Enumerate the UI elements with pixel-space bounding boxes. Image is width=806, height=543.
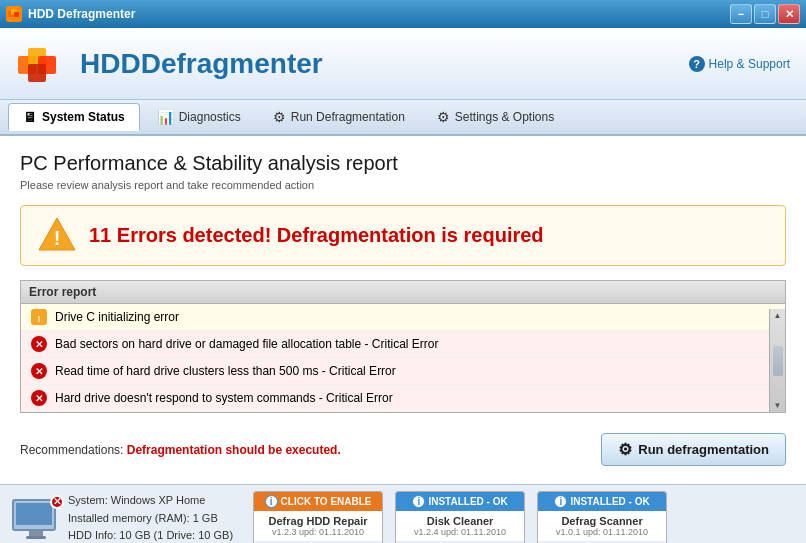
app-name-bold: Defragmenter [141, 48, 323, 79]
tab-system-status-label: System Status [42, 110, 125, 124]
plugin-0-info: Defrag HDD Repair v1.2.3 upd: 01.11.2010 [254, 511, 382, 541]
recommendations: Recommendations: Defragmentation should … [20, 425, 786, 474]
error-text-0: Drive C initializing error [55, 310, 179, 324]
svg-text:✕: ✕ [35, 366, 43, 377]
plugin-2: i INSTALLED - OK Defrag Scanner v1.0.1 u… [537, 491, 667, 544]
plugin-0-version: v1.2.3 upd: 01.11.2010 [260, 527, 376, 537]
plugin-1-info-icon: i [412, 495, 425, 508]
critical-icon-1: ✕ [31, 336, 47, 352]
svg-text:✕: ✕ [35, 339, 43, 350]
app-header: HDDDefragmenter ? Help & Support [0, 28, 806, 100]
plugin-0-status-label: CLICK TO ENABLE [281, 496, 372, 507]
svg-rect-2 [14, 12, 19, 17]
plugin-0-info-icon: i [265, 495, 278, 508]
warning-triangle-icon: ! [37, 216, 77, 255]
plugin-2-status-label: INSTALLED - OK [570, 496, 649, 507]
tab-run-defrag[interactable]: ⚙ Run Defragmentation [258, 103, 420, 131]
maximize-button[interactable]: □ [754, 4, 776, 24]
critical-icon-3: ✕ [31, 390, 47, 406]
error-banner: ! 11 Errors detected! Defragmentation is… [20, 205, 786, 266]
svg-text:!: ! [54, 227, 61, 249]
svg-text:✕: ✕ [35, 393, 43, 404]
app-name-plain: HDD [80, 48, 141, 79]
tab-settings[interactable]: ⚙ Settings & Options [422, 103, 569, 131]
plugin-1-version: v1.2.4 upd: 01.11.2010 [402, 527, 518, 537]
app-name: HDDDefragmenter [80, 48, 323, 80]
plugin-2-version: v1.0.1 upd: 01.11.2010 [544, 527, 660, 537]
question-icon: ? [689, 56, 705, 72]
plugin-1-name: Disk Cleaner [402, 515, 518, 527]
error-text-2: Read time of hard drive clusters less th… [55, 364, 396, 378]
footer: ✕ System: Windows XP Home Installed memo… [0, 484, 806, 543]
diagnostics-icon: 📊 [157, 109, 174, 125]
tab-diagnostics-label: Diagnostics [179, 110, 241, 124]
system-line-2: Installed memory (RAM): 1 GB [68, 510, 233, 528]
error-report: Error report ! Drive C initializing erro… [20, 280, 786, 413]
system-line-3: HDD Info: 10 GB (1 Drive: 10 GB) [68, 527, 233, 543]
tab-settings-label: Settings & Options [455, 110, 554, 124]
rec-text-area: Recommendations: Defragmentation should … [20, 443, 341, 457]
run-defragmentation-button[interactable]: ⚙ Run defragmentation [601, 433, 786, 466]
system-line-1: System: Windows XP Home [68, 492, 233, 510]
titlebar: HDD Defragmenter − □ ✕ [0, 0, 806, 28]
plugin-2-name: Defrag Scanner [544, 515, 660, 527]
recommendations-action: Defragmentation should be executed. [127, 443, 341, 457]
svg-rect-6 [28, 64, 46, 82]
error-row-3: ✕ Hard drive doesn't respond to system c… [21, 385, 785, 412]
system-status-icon: 🖥 [23, 109, 37, 125]
warning-icon-0: ! [31, 309, 47, 325]
navigation-bar: 🖥 System Status 📊 Diagnostics ⚙ Run Defr… [0, 100, 806, 136]
main-content: PC Performance & Stability analysis repo… [0, 136, 806, 484]
plugin-0-status: i CLICK TO ENABLE [254, 492, 382, 511]
run-defrag-label: Run defragmentation [638, 442, 769, 457]
system-info-icon: ✕ [12, 499, 60, 539]
settings-icon: ⚙ [437, 109, 450, 125]
recommendations-label: Recommendations: [20, 443, 123, 457]
tab-diagnostics[interactable]: 📊 Diagnostics [142, 103, 256, 131]
system-error-badge: ✕ [50, 495, 64, 509]
scroll-down-arrow[interactable]: ▼ [774, 401, 782, 410]
help-label: Help & Support [709, 57, 790, 71]
run-defrag-icon: ⚙ [273, 109, 286, 125]
help-link[interactable]: ? Help & Support [689, 56, 790, 72]
plugin-1-info: Disk Cleaner v1.2.4 upd: 01.11.2010 [396, 511, 524, 541]
plugin-1-status: i INSTALLED - OK [396, 492, 524, 511]
page-subtitle: Please review analysis report and take r… [20, 179, 786, 191]
error-report-scroll[interactable]: ! Drive C initializing error ✕ Bad secto… [21, 304, 785, 412]
scroll-up-arrow[interactable]: ▲ [774, 311, 782, 320]
plugin-2-info-icon: i [554, 495, 567, 508]
plugin-1-status-label: INSTALLED - OK [428, 496, 507, 507]
plugin-2-status: i INSTALLED - OK [538, 492, 666, 511]
scrollbar[interactable]: ▲ ▼ [769, 309, 785, 412]
error-message: 11 Errors detected! Defragmentation is r… [89, 224, 544, 247]
app-logo [16, 38, 68, 90]
error-report-header: Error report [21, 281, 785, 304]
plugin-2-info: Defrag Scanner v1.0.1 upd: 01.11.2010 [538, 511, 666, 541]
plugin-1: i INSTALLED - OK Disk Cleaner v1.2.4 upd… [395, 491, 525, 544]
close-button[interactable]: ✕ [778, 4, 800, 24]
error-row-0: ! Drive C initializing error [21, 304, 785, 331]
app-icon [6, 6, 22, 22]
error-row-2: ✕ Read time of hard drive clusters less … [21, 358, 785, 385]
tab-system-status[interactable]: 🖥 System Status [8, 103, 140, 131]
error-row-1: ✕ Bad sectors on hard drive or damaged f… [21, 331, 785, 358]
app-title: HDDDefragmenter [80, 48, 323, 79]
minimize-button[interactable]: − [730, 4, 752, 24]
window-title: HDD Defragmenter [28, 7, 730, 21]
critical-icon-2: ✕ [31, 363, 47, 379]
error-text-1: Bad sectors on hard drive or damaged fil… [55, 337, 439, 351]
plugin-0-name: Defrag HDD Repair [260, 515, 376, 527]
system-info-text: System: Windows XP Home Installed memory… [68, 492, 233, 543]
plugin-0[interactable]: i CLICK TO ENABLE Defrag HDD Repair v1.2… [253, 491, 383, 544]
defrag-button-icon: ⚙ [618, 440, 632, 459]
error-text-3: Hard drive doesn't respond to system com… [55, 391, 393, 405]
tab-run-defrag-label: Run Defragmentation [291, 110, 405, 124]
svg-text:!: ! [38, 314, 41, 324]
page-title: PC Performance & Stability analysis repo… [20, 152, 786, 175]
window-controls: − □ ✕ [730, 4, 800, 24]
system-info-area: ✕ System: Windows XP Home Installed memo… [12, 492, 233, 543]
